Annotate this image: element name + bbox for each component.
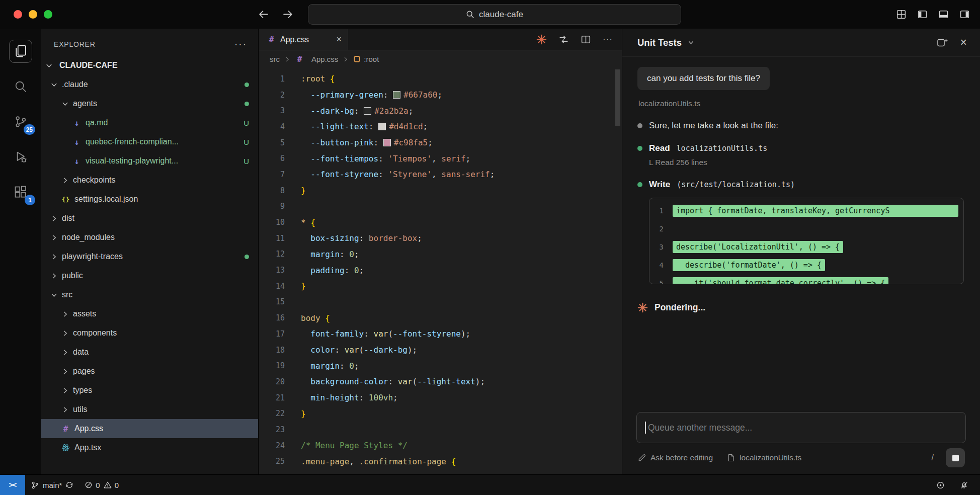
code-line-13[interactable]: 13 padding: 0; [259, 262, 622, 278]
code-editor[interactable]: 1:root {2 --primary-green: #667a60;3 --d… [259, 67, 622, 474]
git-modified-dot [244, 255, 249, 259]
toggle-secondary-sidebar-button[interactable] [959, 9, 970, 20]
code-line-12[interactable]: 12 margin: 0; [259, 246, 622, 263]
minimize-window-button[interactable] [29, 10, 37, 19]
tab-close-icon[interactable]: × [336, 34, 342, 45]
tree-item-types[interactable]: types [41, 381, 258, 400]
tree-item-src[interactable]: src [41, 285, 258, 304]
tree-item-settings-local-json[interactable]: {}settings.local.json [41, 190, 258, 209]
attached-file-button[interactable]: localizationUtils.ts [727, 453, 801, 462]
activitybar-extensions[interactable]: 1 [0, 175, 41, 210]
nav-back-button[interactable] [258, 9, 269, 20]
code-line-21[interactable]: 21 min-height: 100vh; [259, 390, 622, 406]
close-panel-icon[interactable]: × [960, 37, 967, 48]
code-line-11[interactable]: 11 box-sizing: border-box; [259, 230, 622, 246]
tree-item-qa-md[interactable]: ↓qa.mdU [41, 113, 258, 132]
explorer-sidebar: EXPLORER ··· CLAUDE-CAFE .claudeagents↓q… [41, 29, 258, 474]
tree-item--claude[interactable]: .claude [41, 75, 258, 94]
problems-status[interactable]: 0 0 [79, 475, 124, 495]
tree-item-playwright-traces[interactable]: playwright-traces [41, 247, 258, 266]
tree-item-agents[interactable]: agents [41, 94, 258, 113]
code-line-14[interactable]: 14} [259, 278, 622, 294]
breadcrumb-symbol[interactable]: :root [353, 55, 379, 63]
stop-button[interactable] [946, 448, 965, 467]
more-actions-icon[interactable]: ··· [603, 35, 613, 45]
code-line-25[interactable]: 25.menu-page, .confirmation-page { [259, 454, 622, 470]
tree-item-node-modules[interactable]: node_modules [41, 228, 258, 247]
tree-item-pages[interactable]: pages [41, 362, 258, 381]
code-line-8[interactable]: 8} [259, 183, 622, 199]
code-line-17[interactable]: 17 font-family: var(--font-styrene); [259, 326, 622, 342]
tree-item-public[interactable]: public [41, 266, 258, 285]
tree-item-visual-testing-playwright-[interactable]: ↓visual-testing-playwright...U [41, 151, 258, 171]
tab-app-css[interactable]: # App.css × [259, 29, 348, 50]
tree-item-utils[interactable]: utils [41, 400, 258, 419]
code-line-10[interactable]: 10* { [259, 214, 622, 230]
code-line-16[interactable]: 16body { [259, 310, 622, 326]
code-line-2[interactable]: 2 --primary-green: #667a60; [259, 87, 622, 103]
color-swatch[interactable] [393, 91, 400, 99]
titlebar: claude-cafe [0, 0, 980, 29]
tree-item-assets[interactable]: assets [41, 304, 258, 323]
toggle-panel-button[interactable] [938, 9, 949, 20]
chat-input[interactable]: Queue another message... [636, 412, 966, 443]
code-line-9[interactable]: 9 [259, 199, 622, 215]
code-line-4[interactable]: 4 --light-text: #d4d1cd; [259, 119, 622, 135]
breadcrumb-file[interactable]: # App.css [295, 54, 338, 64]
command-center-search[interactable]: claude-cafe [308, 4, 681, 25]
line-number: 3 [259, 106, 301, 115]
code-line-15[interactable]: 15 [259, 294, 622, 310]
color-swatch[interactable] [383, 139, 391, 146]
code-line-3[interactable]: 3 --dark-bg: #2a2b2a; [259, 103, 622, 119]
permission-mode-button[interactable]: Ask before editing [637, 453, 713, 462]
code-line-7[interactable]: 7 --font-styrene: 'Styrene', sans-serif; [259, 167, 622, 183]
sync-icon [65, 481, 73, 489]
explorer-icon [9, 40, 32, 63]
file-label: quebec-french-complian... [86, 137, 179, 146]
close-window-button[interactable] [14, 10, 22, 19]
remote-indicator[interactable]: >< [0, 475, 25, 495]
project-root-row[interactable]: CLAUDE-CAFE [41, 56, 258, 75]
code-line-1[interactable]: 1:root { [259, 71, 622, 87]
code-line-24[interactable]: 24/* Menu Page Styles */ [259, 438, 622, 454]
chevron-down-icon[interactable] [687, 39, 695, 46]
chat-title[interactable]: Unit Tests [637, 37, 682, 48]
tree-item-components[interactable]: components [41, 323, 258, 343]
claude-code-button[interactable] [536, 34, 547, 45]
code-line-6[interactable]: 6 --font-tiempos: 'Tiempos', serif; [259, 150, 622, 167]
split-editor-button[interactable] [581, 34, 591, 45]
tree-item-data[interactable]: data [41, 343, 258, 362]
code-line-19[interactable]: 19 margin: 0; [259, 358, 622, 374]
customize-layout-button[interactable] [896, 9, 907, 20]
activitybar-explorer[interactable] [0, 34, 41, 69]
toggle-primary-sidebar-button[interactable] [917, 9, 928, 20]
tree-item-checkpoints[interactable]: checkpoints [41, 171, 258, 190]
git-branch-status[interactable]: main* [25, 475, 79, 495]
tree-item-dist[interactable]: dist [41, 209, 258, 228]
activitybar-search[interactable] [0, 69, 41, 104]
explorer-more-actions[interactable]: ··· [234, 39, 247, 50]
code-line-22[interactable]: 22} [259, 405, 622, 422]
code-line-20[interactable]: 20 background-color: var(--light-text); [259, 374, 622, 390]
screencast-button[interactable] [931, 481, 950, 489]
activitybar-source-control[interactable]: 25 [0, 104, 41, 139]
open-changes-button[interactable] [558, 34, 569, 45]
activitybar-run-debug[interactable] [0, 139, 41, 175]
tool-write-file: (src/test/localization.ts) [677, 180, 795, 189]
color-swatch[interactable] [364, 107, 371, 115]
tree-item-quebec-french-complian-[interactable]: ↓quebec-french-complian...U [41, 132, 258, 151]
breadcrumb-folder[interactable]: src [270, 55, 280, 63]
code-line-5[interactable]: 5 --button-pink: #c98fa5; [259, 135, 622, 151]
zoom-window-button[interactable] [44, 10, 52, 19]
nav-forward-button[interactable] [282, 9, 294, 20]
color-swatch[interactable] [378, 123, 386, 130]
notifications-button[interactable] [954, 481, 974, 489]
code-line-23[interactable]: 23 [259, 422, 622, 438]
code-line-18[interactable]: 18 color: var(--dark-bg); [259, 342, 622, 358]
new-chat-button[interactable] [936, 37, 948, 48]
tree-item-app-css[interactable]: #App.css [41, 419, 258, 438]
diff-preview[interactable]: 1import { formatDate, translateKey, getC… [649, 198, 964, 284]
line-number: 11 [259, 234, 301, 243]
editor-scrollbar[interactable] [615, 69, 620, 126]
tree-item-app-tsx[interactable]: App.tsx [41, 438, 258, 457]
